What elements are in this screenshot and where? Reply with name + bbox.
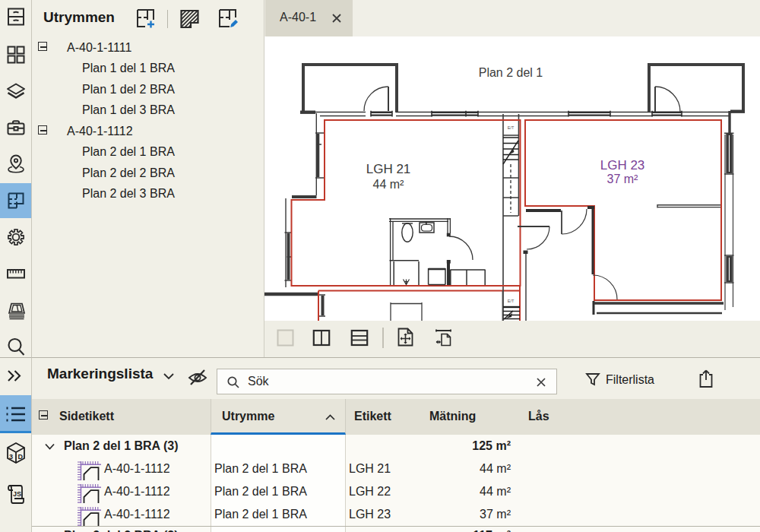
svg-text:3: 3 <box>9 453 13 461</box>
svg-text:44 m²: 44 m² <box>373 178 405 191</box>
svg-text:LGH 23: LGH 23 <box>600 158 645 173</box>
svg-text:E/T: E/T <box>508 125 515 130</box>
svg-text:37 m²: 37 m² <box>607 173 639 185</box>
svg-text:JS: JS <box>13 490 21 498</box>
svg-text:Plan 2 del 1: Plan 2 del 1 <box>479 66 543 79</box>
svg-text:E/T: E/T <box>508 299 515 303</box>
svg-text:LGH 21: LGH 21 <box>366 162 411 176</box>
svg-text:D: D <box>18 453 24 461</box>
